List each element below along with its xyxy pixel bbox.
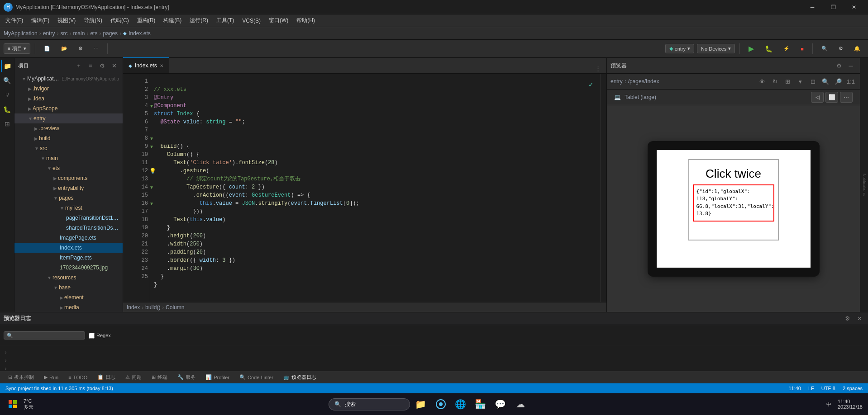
panel-close-button[interactable]: ✕ — [854, 314, 864, 324]
preview-eye-button[interactable]: 👁 — [757, 76, 768, 87]
window-controls[interactable]: ─ ❐ ✕ — [802, 0, 864, 14]
bottom-tab-todo[interactable]: ≡ TODO — [64, 373, 92, 382]
run-button[interactable]: ▶ — [744, 42, 758, 55]
fold-indicator[interactable]: ▼ — [149, 183, 156, 191]
menu-refactor[interactable]: 重构(R) — [134, 15, 159, 26]
tab-close-button[interactable]: ✕ — [160, 63, 163, 68]
taskbar-lang[interactable]: 中 — [825, 401, 833, 408]
fold-indicator[interactable]: ▼ — [149, 134, 156, 142]
tree-item-build[interactable]: ▶ build — [14, 133, 123, 143]
menu-vcs[interactable]: VCS(S) — [238, 16, 264, 25]
editor-bc-column[interactable]: Column — [166, 304, 184, 311]
breadcrumb-pages[interactable]: pages — [103, 30, 118, 37]
scroll-marker[interactable] — [600, 74, 606, 302]
editor-bc-index[interactable]: Index — [127, 304, 140, 311]
menu-help[interactable]: 帮助(H) — [293, 15, 319, 26]
breadcrumb-ets[interactable]: ets — [90, 30, 97, 37]
breadcrumb-myapplication[interactable]: MyApplication — [4, 30, 38, 37]
taskbar-app-harmonyos[interactable] — [432, 395, 450, 413]
bottom-tab-previewlog[interactable]: 📺 预览器日志 — [279, 373, 321, 382]
tree-item-pagetransitiondst1[interactable]: pageTransitionDst1.ets — [14, 213, 123, 223]
bottom-tab-vcs[interactable]: ⊟ 板本控制 — [4, 373, 38, 382]
tree-item-pages[interactable]: ▼ pages — [14, 193, 123, 203]
weather-widget[interactable]: 7°C 多云 — [24, 398, 33, 410]
menu-nav[interactable]: 导航(N) — [80, 15, 106, 26]
tree-item-indexets[interactable]: Index.ets — [14, 243, 123, 253]
tree-item-sharedtransitiondst[interactable]: sharedTransitionDst.ets — [14, 223, 123, 233]
maximize-button[interactable]: ❐ — [823, 0, 844, 14]
tab-split-button[interactable]: ⋮ — [593, 63, 603, 73]
search-everywhere-button[interactable]: 🔍 — [817, 43, 832, 54]
menu-file[interactable]: 文件(F) — [2, 15, 27, 26]
menu-run[interactable]: 运行(R) — [186, 15, 212, 26]
more-button[interactable]: ⋯ — [90, 43, 103, 54]
menu-build[interactable]: 构建(B) — [160, 15, 185, 26]
breadcrumb-src[interactable]: src — [60, 30, 67, 37]
menu-tools[interactable]: 工具(T) — [213, 15, 238, 26]
preview-settings-button[interactable]: ⚙ — [834, 60, 844, 71]
regex-label[interactable]: Regex — [89, 333, 111, 339]
device-back-button[interactable]: ◁ — [811, 92, 824, 103]
bottom-tab-services[interactable]: 🔧 服务 — [173, 373, 200, 382]
preview-zoom-out-button[interactable]: 🔎 — [833, 76, 844, 87]
device-home-button[interactable]: ⬜ — [825, 92, 838, 103]
breadcrumb-indexets[interactable]: ◆Index.ets — [123, 30, 151, 37]
menu-code[interactable]: 代码(C) — [107, 15, 133, 26]
notifications-button[interactable]: 🔔 — [850, 43, 864, 54]
preview-zoom-in-button[interactable]: 🔍 — [820, 76, 831, 87]
new-file-button[interactable]: 📄 — [40, 43, 54, 54]
editor-bc-build[interactable]: build() — [145, 304, 160, 311]
activity-explorer[interactable]: 📁 — [1, 60, 14, 72]
menu-window[interactable]: 窗口(W) — [265, 15, 292, 26]
preview-resize-button[interactable]: ⊡ — [807, 76, 818, 87]
tree-item-mytest[interactable]: ▼ myTest — [14, 203, 123, 213]
open-button[interactable]: 📂 — [57, 43, 72, 54]
breadcrumb-main[interactable]: main — [73, 30, 85, 37]
status-spaces[interactable]: 2 spaces — [841, 386, 864, 391]
fold-indicator[interactable]: ▼ — [149, 102, 156, 110]
stop-button[interactable]: ■ — [796, 44, 808, 54]
status-eol[interactable]: LF — [806, 386, 816, 391]
device-more-button[interactable]: ⋯ — [840, 92, 853, 103]
tab-indexets[interactable]: ◆ Index.ets ✕ — [123, 57, 169, 73]
activity-git[interactable]: ⑂ — [1, 89, 14, 101]
preview-zoom-reset-button[interactable]: 1:1 — [845, 76, 856, 87]
collapse-button[interactable]: ≡ — [86, 61, 95, 71]
taskbar-app-store[interactable]: 🏪 — [472, 395, 490, 413]
bottom-tab-terminal[interactable]: ⊞ 终端 — [147, 373, 172, 382]
tree-item-idea[interactable]: ▶ .idea — [14, 94, 123, 104]
menu-view[interactable]: 视图(V) — [54, 15, 79, 26]
filter-tree-button[interactable]: ⚙ — [97, 61, 107, 71]
taskbar-app-browser[interactable]: 🌐 — [452, 395, 470, 413]
status-encoding[interactable]: UTF-8 — [820, 386, 837, 391]
bottom-tab-run[interactable]: ▶ Run — [39, 373, 63, 382]
tree-item-base[interactable]: ▼ base — [14, 283, 123, 292]
tree-item-resources[interactable]: ▼ resources — [14, 273, 123, 283]
debug-button[interactable]: 🐛 — [761, 43, 777, 55]
tree-item-imagepage[interactable]: ImagePage.ets — [14, 233, 123, 243]
fold-indicator[interactable]: ▼ — [149, 142, 156, 151]
bottom-tab-log[interactable]: 📋 日志 — [93, 373, 120, 382]
log-chevron-3[interactable]: › — [4, 365, 7, 371]
settings-button[interactable]: ⚙ — [74, 43, 87, 54]
preview-minimize-button[interactable]: ─ — [845, 60, 856, 71]
tree-item-itempage[interactable]: ItemPage.ets — [14, 253, 123, 263]
log-search-input[interactable] — [4, 331, 85, 340]
tree-item-myapplication[interactable]: ▼ MyApplication E:\HarmonyOS\MyApplicati… — [14, 74, 123, 84]
code-content[interactable]: // xxx.ets @Entry @Component struct Inde… — [150, 74, 600, 302]
tree-item-preview[interactable]: ▶ .preview — [14, 123, 123, 133]
activity-debug[interactable]: 🐛 — [1, 103, 14, 116]
tree-item-entryability[interactable]: ▶ entryability — [14, 183, 123, 193]
panel-settings-button[interactable]: ⚙ — [843, 314, 853, 324]
tree-item-main[interactable]: ▼ main — [14, 153, 123, 163]
device-selector[interactable]: No Devices ▾ — [697, 44, 735, 53]
log-chevron-2[interactable]: › — [4, 357, 7, 364]
taskbar-app-cloud[interactable]: ☁ — [511, 395, 529, 413]
bottom-tab-problems[interactable]: ⚠ 问题 — [121, 373, 146, 382]
profile-button[interactable]: ⚡ — [779, 43, 794, 54]
tree-item-src[interactable]: ▼ src — [14, 143, 123, 153]
settings-main-button[interactable]: ⚙ — [835, 43, 847, 54]
preview-refresh-button[interactable]: ↻ — [769, 76, 780, 87]
breadcrumb-entry[interactable]: entry — [43, 30, 55, 37]
taskbar-time[interactable]: 11:402023/12/18 — [836, 399, 864, 410]
